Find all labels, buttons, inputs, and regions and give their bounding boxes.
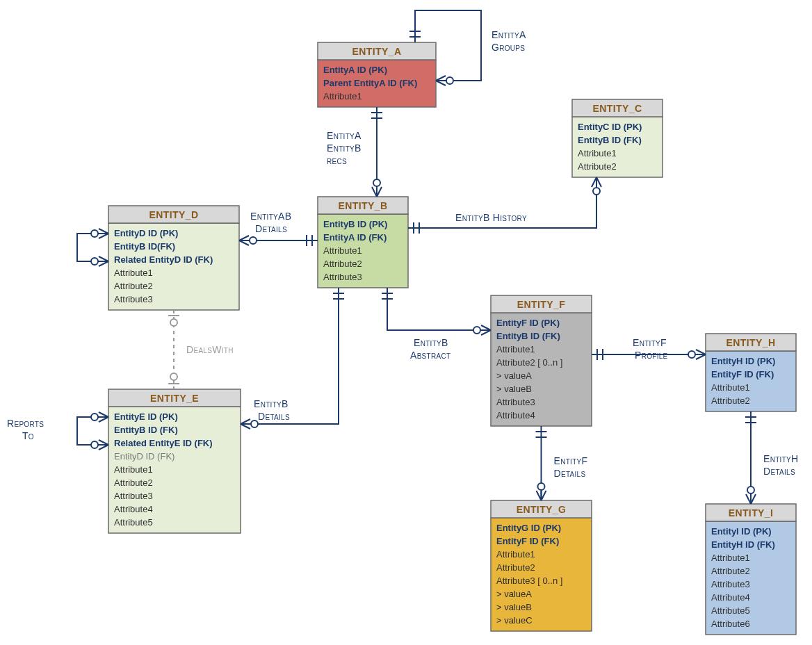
- entity-G-attr: Attribute2: [496, 562, 535, 573]
- crowfoot-zero-many: [436, 76, 453, 85]
- rel-label: EntityF: [554, 455, 588, 466]
- entity-E-attr: Attribute4: [114, 504, 153, 514]
- entity-F-attr: > valueB: [496, 384, 532, 394]
- rel-label: To: [22, 430, 34, 441]
- entity-D-attr: Attribute3: [114, 294, 153, 304]
- entity-H-attr: Attribute2: [711, 395, 750, 406]
- entity-B-attr: EntityA ID (FK): [323, 232, 387, 243]
- svg-point-8: [250, 237, 257, 244]
- svg-point-18: [91, 414, 98, 421]
- entity-I-body: [706, 521, 796, 635]
- entity-B-title: ENTITY_B: [339, 200, 388, 211]
- rel-label: Details: [763, 466, 795, 477]
- entity-G-attr: > valueC: [496, 615, 533, 626]
- entity-G-attr: EntityG ID (PK): [496, 523, 561, 533]
- entity-G-body: [491, 518, 592, 631]
- entity-D-attr: EntityB ID(FK): [114, 241, 175, 252]
- entity-F-attr: Attribute3: [496, 397, 535, 407]
- crowfoot-zero-many: [239, 236, 257, 245]
- svg-point-19: [91, 441, 98, 448]
- crowfoot-zero-many: [372, 179, 382, 197]
- entity-C-attr: Attribute2: [578, 161, 617, 172]
- svg-point-22: [251, 421, 258, 427]
- entity-A-attr: Attribute1: [323, 91, 362, 101]
- entity-A-attr: Parent EntityA ID (FK): [323, 78, 417, 88]
- rel-label: EntityB History: [455, 212, 527, 223]
- entity-I-title: ENTITY_I: [729, 507, 774, 519]
- rel-label: Groups: [492, 42, 525, 53]
- entity-I-attr: Attribute1: [711, 553, 750, 563]
- svg-point-15: [170, 319, 177, 326]
- er-diagram: ENTITY_AEntityA ID (PK)Parent EntityA ID…: [0, 0, 812, 645]
- entity-I-attr: Attribute6: [711, 619, 750, 629]
- entity-E-attr: EntityB ID (FK): [114, 425, 178, 435]
- rel-label: EntityA: [327, 130, 362, 141]
- crowfoot-zero-many: [241, 419, 258, 429]
- crowfoot-zero-many: [91, 256, 108, 266]
- rel-label: EntityB: [327, 142, 362, 154]
- crowfoot-zero-many: [473, 325, 491, 335]
- svg-point-28: [688, 351, 695, 358]
- svg-point-34: [747, 487, 754, 493]
- rel-label: Details: [255, 223, 287, 234]
- entity-B-attr: Attribute3: [323, 272, 362, 282]
- rel-label: Details: [554, 468, 586, 479]
- crowfoot-zero-many: [592, 177, 601, 195]
- crowfoot-zero-many: [91, 412, 108, 422]
- rel-label: DealsWith: [186, 344, 234, 355]
- entity-F-attr: EntityB ID (FK): [496, 331, 560, 341]
- entity-B-attr: Attribute1: [323, 245, 362, 256]
- svg-point-13: [91, 258, 98, 265]
- entity-A-attr: EntityA ID (PK): [323, 65, 387, 75]
- entity-D-attr: Attribute1: [114, 268, 153, 278]
- rel-label: Details: [258, 411, 290, 422]
- entity-A-title: ENTITY_A: [352, 46, 402, 57]
- entity-E-attr: Attribute2: [114, 477, 153, 488]
- rel-label: Abstract: [410, 350, 450, 361]
- entity-I-attr: Attribute4: [711, 592, 750, 603]
- entity-I-attr: EntityI ID (PK): [711, 526, 772, 537]
- entity-D-attr: Related EntityD ID (FK): [114, 254, 213, 265]
- crowfoot-zero-many: [688, 350, 706, 359]
- entity-E-attr: EntityD ID (FK): [114, 451, 174, 462]
- entity-F-attr: Attribute1: [496, 344, 535, 354]
- entity-D-attr: EntityD ID (PK): [114, 228, 178, 238]
- entity-C-attr: EntityC ID (PK): [578, 122, 642, 132]
- rel-e-self: [77, 417, 108, 445]
- entity-D-title: ENTITY_D: [149, 209, 199, 220]
- rel-label: EntityA: [492, 29, 526, 40]
- entity-G-attr: EntityF ID (FK): [496, 536, 559, 546]
- entity-F-body: [491, 313, 592, 426]
- entity-F-attr: Attribute2 [ 0..n ]: [496, 357, 562, 368]
- entity-G-attr: Attribute3 [ 0..n ]: [496, 575, 562, 586]
- svg-point-5: [373, 179, 380, 186]
- svg-point-12: [91, 230, 98, 237]
- crowfoot-zero-many: [746, 487, 756, 504]
- entity-H-title: ENTITY_H: [726, 337, 776, 348]
- entity-E-attr: Related EntityE ID (FK): [114, 438, 213, 448]
- entity-H-attr: EntityH ID (PK): [711, 356, 775, 366]
- entity-B-attr: Attribute2: [323, 259, 362, 269]
- rel-label: recs: [327, 155, 347, 166]
- crowfoot-zero-many: [537, 483, 546, 500]
- rel-label: EntityAB: [250, 211, 291, 222]
- entity-C-attr: Attribute1: [578, 148, 617, 158]
- entity-G-attr: > valueA: [496, 589, 532, 599]
- entity-F-attr: EntityF ID (PK): [496, 318, 560, 328]
- crowfoot-zero-many: [91, 440, 108, 450]
- svg-point-25: [473, 327, 480, 334]
- svg-point-31: [538, 483, 545, 490]
- rel-label: EntityF: [633, 337, 667, 348]
- entity-I-attr: Attribute5: [711, 605, 750, 616]
- entity-H-attr: EntityF ID (FK): [711, 369, 774, 379]
- entity-E-attr: Attribute3: [114, 491, 153, 501]
- entity-B-attr: EntityB ID (PK): [323, 219, 387, 229]
- rel-label: Profile: [635, 350, 668, 361]
- svg-point-0: [446, 77, 453, 84]
- entity-C-title: ENTITY_C: [593, 103, 642, 114]
- entity-E-attr: Attribute5: [114, 517, 153, 528]
- entity-G-attr: Attribute1: [496, 549, 535, 560]
- entity-I-attr: Attribute2: [711, 566, 750, 576]
- entity-E-title: ENTITY_E: [150, 393, 199, 404]
- rel-label: EntityH: [763, 453, 798, 464]
